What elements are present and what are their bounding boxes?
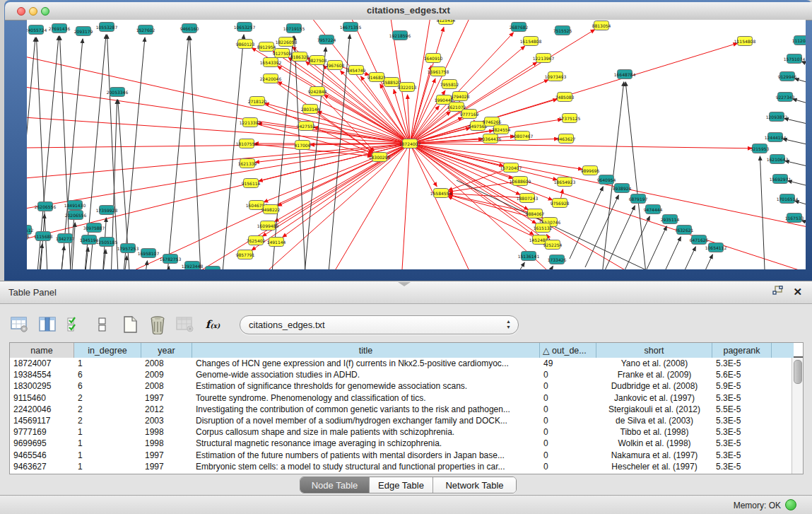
table-row[interactable]: 946362711997Embryonic stem cells: a mode… (10, 461, 803, 472)
table-cell[interactable]: 0 (540, 461, 596, 472)
graph-node[interactable]: 18107554 (236, 139, 258, 148)
table-cell[interactable]: 9777169 (10, 426, 74, 438)
table-cell[interactable]: 1 (74, 461, 141, 472)
graph-edge[interactable] (785, 161, 806, 170)
table-cell[interactable]: 1997 (141, 392, 192, 404)
table-row[interactable]: 911546021997Tourette syndrome. Phenomeno… (10, 392, 803, 404)
table-cell[interactable]: Embryonic stem cells: a model to study s… (192, 461, 540, 472)
tab-node-table[interactable]: Node Table (300, 477, 370, 493)
graph-edge[interactable] (633, 226, 666, 269)
table-cell[interactable]: 2 (74, 404, 141, 415)
table-cell[interactable]: Structural magnetic resonance image aver… (192, 438, 540, 449)
graph-node[interactable]: 20053346 (107, 88, 129, 97)
graph-node[interactable]: 9884067 (526, 209, 545, 218)
graph-node[interactable]: 27691436 (49, 24, 71, 33)
table-cell[interactable]: 5.5E-5 (712, 404, 772, 415)
table-cell[interactable]: Hescheler et al. (1997) (596, 461, 712, 472)
graph-edge[interactable] (795, 78, 806, 88)
graph-edge[interactable] (278, 144, 410, 206)
table-cell[interactable]: 2008 (141, 380, 192, 392)
graph-edge[interactable] (220, 35, 244, 269)
graph-node[interactable]: 2803144 (301, 105, 320, 114)
network-canvas[interactable]: 2405572427691436209317910553287152760294… (27, 20, 806, 269)
graph-node[interactable]: 12923448 (182, 262, 204, 270)
table-row[interactable]: 946554611997Estimation of the future num… (10, 450, 803, 461)
graph-node[interactable]: 7485083 (555, 93, 575, 102)
graph-node[interactable]: 2967608 (326, 61, 345, 70)
table-cell[interactable]: 19384554 (10, 369, 74, 380)
graph-node[interactable]: 16961758 (428, 67, 449, 76)
graph-node[interactable]: 9252254 (543, 240, 563, 250)
graph-edge[interactable] (259, 144, 410, 181)
table-cell[interactable]: 5.3E-5 (712, 392, 772, 404)
graph-edge[interactable] (788, 181, 806, 190)
table-row[interactable]: 1938455462009Genome-wide association stu… (10, 369, 803, 380)
table-cell[interactable]: Nakamura et al. (1997) (596, 450, 712, 461)
table-cell[interactable]: 2003 (141, 415, 192, 426)
graph-node[interactable]: 2093179 (74, 27, 93, 36)
graph-edge[interactable] (679, 255, 712, 269)
table-cell[interactable]: 2 (74, 415, 141, 426)
graph-node[interactable]: 16782753 (160, 255, 182, 264)
graph-node[interactable]: 15136141 (518, 252, 540, 261)
graph-edge[interactable] (410, 144, 557, 180)
graph-node[interactable]: 9227343 (776, 93, 795, 102)
graph-node[interactable]: 16543392 (260, 58, 282, 67)
graph-edge[interactable] (141, 261, 147, 269)
column-header[interactable]: short (596, 343, 712, 358)
table-cell[interactable]: Yano et al. (2008) (596, 358, 712, 369)
float-panel-icon[interactable] (772, 286, 783, 298)
table-cell[interactable]: Investigating the contribution of common… (192, 404, 540, 415)
graph-edge[interactable] (499, 262, 524, 269)
graph-node[interactable]: 6794028 (451, 92, 470, 101)
table-cell[interactable]: Jankovic et al. (1997) (596, 392, 712, 404)
graph-node[interactable]: 9474444 (644, 205, 663, 214)
table-cell[interactable]: 1 (74, 426, 141, 438)
table-cell[interactable]: Changes of HCN gene expression and I(f) … (192, 358, 540, 369)
graph-node[interactable]: 7515525 (553, 26, 572, 35)
table-cell[interactable]: 0 (540, 369, 596, 380)
table-cell[interactable]: Tourette syndrome. Phenomenology and cla… (192, 392, 540, 404)
graph-node[interactable]: 8454749 (347, 66, 366, 75)
graph-node[interactable]: 20206556 (65, 211, 87, 220)
table-cell[interactable]: 1998 (141, 426, 192, 438)
graph-node[interactable]: 9466160 (180, 24, 199, 33)
graph-edge[interactable] (795, 201, 806, 210)
graph-node[interactable]: 1342737 (56, 234, 75, 243)
graph-edge[interactable] (625, 82, 649, 269)
graph-node[interactable]: 2718120 (248, 97, 267, 106)
graph-node[interactable]: 10973493 (545, 72, 567, 81)
scrollbar-thumb[interactable] (794, 360, 802, 384)
graph-node[interactable]: 9498222 (261, 205, 281, 214)
graph-edge[interactable] (121, 37, 145, 269)
table-cell[interactable]: 1 (74, 438, 141, 449)
graph-node[interactable]: 15751074 (784, 54, 806, 64)
table-cell[interactable]: Dudbridge et al. (2008) (596, 380, 712, 392)
function-builder-icon[interactable]: f(x) (202, 314, 223, 335)
table-row[interactable]: 1830029562008Estimation of significance … (10, 380, 803, 392)
graph-node[interactable]: 1621339 (238, 159, 257, 168)
graph-edge[interactable] (58, 246, 64, 269)
table-row[interactable]: 977716911998Corpus callosum shape and si… (10, 426, 803, 438)
table-cell[interactable]: 0 (540, 380, 596, 392)
graph-node[interactable]: 22420046 (260, 74, 282, 83)
table-cell[interactable]: 18300295 (10, 380, 74, 392)
graph-node[interactable]: 16958107 (138, 249, 160, 258)
graph-node[interactable]: 12093872 (766, 112, 788, 122)
graph-node[interactable]: 12213967 (533, 54, 555, 63)
table-cell[interactable]: Corpus callosum shape and size in male p… (192, 426, 540, 438)
table-cell[interactable]: 18724007 (10, 358, 74, 369)
graph-node[interactable]: 15720407 (500, 163, 522, 173)
graph-edge[interactable] (647, 237, 681, 269)
graph-edge[interactable] (410, 144, 582, 169)
graph-node[interactable]: 18807243 (517, 194, 539, 203)
new-document-icon[interactable] (119, 314, 141, 335)
graph-node[interactable]: 10688609 (510, 177, 531, 186)
table-cell[interactable]: 0 (540, 415, 596, 426)
graph-node[interactable]: 7955812 (440, 80, 459, 89)
graph-node[interactable]: 10653257 (234, 23, 256, 32)
table-cell[interactable]: 9115460 (10, 392, 74, 404)
graph-node[interactable]: 9242848 (308, 87, 327, 96)
row-height-icon[interactable] (92, 314, 113, 335)
table-cell[interactable]: Stergiakouli et al. (2012) (596, 404, 712, 415)
